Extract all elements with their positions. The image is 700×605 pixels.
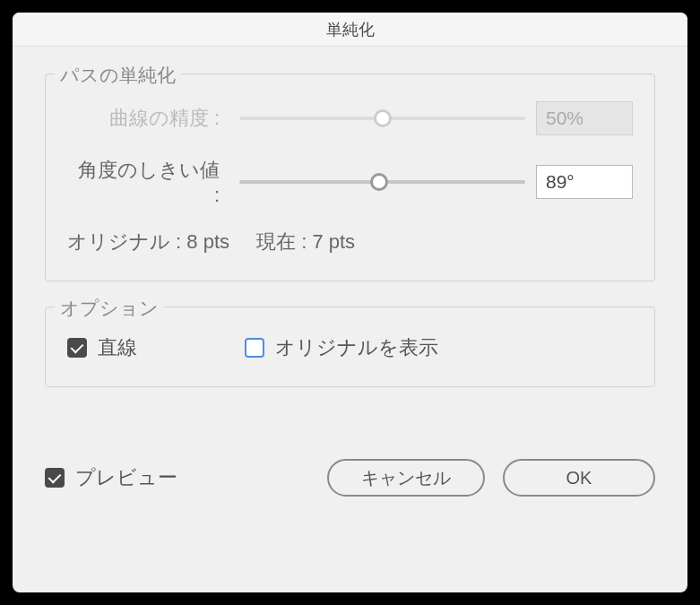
slider-thumb — [374, 109, 392, 127]
point-info-row: オリジナル : 8 pts 現在 : 7 pts — [67, 229, 633, 255]
show-original-label: オリジナルを表示 — [275, 334, 438, 361]
ok-button[interactable]: OK — [503, 459, 655, 497]
show-original-checkbox[interactable] — [245, 338, 264, 358]
curve-precision-value: 50% — [536, 101, 633, 135]
angle-threshold-row: 角度のしきい値 : 89° — [67, 157, 633, 207]
curve-precision-row: 曲線の精度 : 50% — [67, 101, 633, 135]
curve-precision-slider — [239, 109, 525, 127]
options-group: オプション 直線 オリジナルを表示 — [45, 307, 655, 387]
straight-line-checkbox-wrap[interactable]: 直線 — [67, 334, 137, 361]
path-simplify-group: パスの単純化 曲線の精度 : 50% 角度のしきい値 : 89° オリジナル :… — [45, 73, 655, 281]
simplify-dialog: 単純化 パスの単純化 曲線の精度 : 50% 角度のしきい値 : 89° — [13, 13, 687, 592]
angle-threshold-input[interactable]: 89° — [536, 165, 633, 199]
options-row: 直線 オリジナルを表示 — [67, 334, 633, 361]
preview-label: プレビュー — [75, 464, 177, 491]
options-group-label: オプション — [55, 296, 164, 321]
preview-checkbox[interactable] — [45, 468, 65, 488]
original-points-label: オリジナル : 8 pts — [67, 229, 229, 255]
dialog-title: 単純化 — [13, 13, 687, 47]
dialog-footer: プレビュー キャンセル OK — [13, 459, 687, 497]
footer-left: プレビュー — [45, 464, 309, 491]
show-original-checkbox-wrap[interactable]: オリジナルを表示 — [245, 334, 438, 361]
straight-line-label: 直線 — [98, 334, 137, 361]
straight-line-checkbox[interactable] — [67, 338, 87, 358]
current-points-label: 現在 : 7 pts — [256, 229, 355, 255]
path-simplify-group-label: パスの単純化 — [55, 63, 181, 88]
cancel-button[interactable]: キャンセル — [327, 459, 485, 497]
dialog-content: パスの単純化 曲線の精度 : 50% 角度のしきい値 : 89° オリジナル :… — [13, 47, 687, 430]
curve-precision-label: 曲線の精度 : — [67, 105, 229, 132]
angle-threshold-label: 角度のしきい値 : — [67, 157, 229, 207]
slider-thumb[interactable] — [370, 173, 388, 191]
preview-checkbox-wrap[interactable]: プレビュー — [45, 464, 309, 491]
angle-threshold-slider[interactable] — [239, 173, 525, 191]
